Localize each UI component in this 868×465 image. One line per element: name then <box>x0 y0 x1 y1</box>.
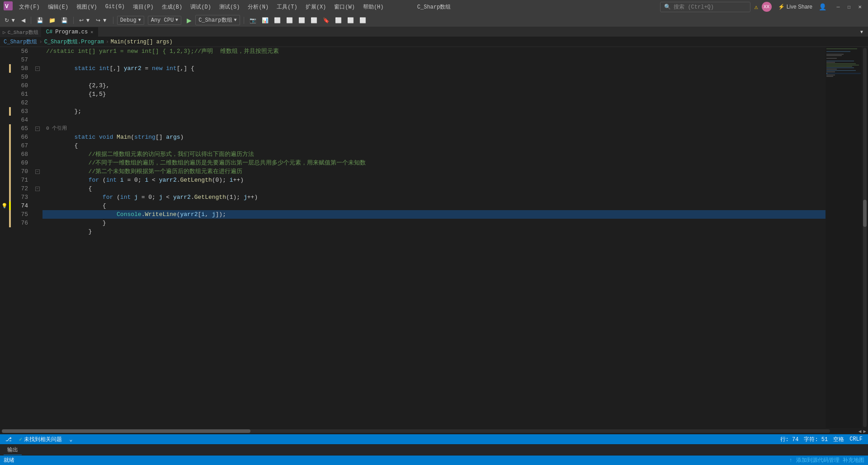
toolbar-b4[interactable]: ⬜ <box>309 16 319 24</box>
bc-part-class[interactable]: C_Sharp数组.Program <box>44 38 104 46</box>
menu-test[interactable]: 测试(S) <box>216 2 244 12</box>
status-warnings-nav[interactable]: ⌄ <box>67 436 74 443</box>
code-line-70: for ( int i = 0; i < yarr2 . GetLength (… <box>42 176 826 184</box>
debug-config-dropdown[interactable]: Debug ▼ <box>117 16 144 25</box>
toolbar-refresh[interactable]: ↻ ▼ <box>3 16 18 24</box>
code-65-paren: ( <box>131 133 134 141</box>
code-74-indent <box>46 210 117 219</box>
scroll-nav-left[interactable]: ◀ <box>859 428 862 434</box>
user-icon[interactable]: 👤 <box>819 3 826 11</box>
code-65-args: args <box>166 133 180 141</box>
code-61: {1,5} <box>46 90 106 99</box>
collapse-icon-70[interactable]: − <box>35 169 40 174</box>
linenum-66: 66 <box>11 133 31 141</box>
lightbulb-icon[interactable]: 💡 <box>1 203 8 209</box>
toolbar-back[interactable]: ◀ <box>19 16 27 24</box>
status-encoding[interactable]: CRLF <box>848 436 864 443</box>
code-line-75: } <box>42 219 826 227</box>
collapse-icon-65[interactable]: − <box>35 127 40 131</box>
toolbar: ↻ ▼ ◀ 💾 📁 💾 ↩ ▼ ↪ ▼ Debug ▼ Any CPU ▼ ▶ … <box>0 14 868 27</box>
no-issues-label: 未找到相关问题 <box>24 436 62 443</box>
tab-overflow-button[interactable]: ▼ <box>857 28 866 37</box>
cpu-config-dropdown[interactable]: Any CPU ▼ <box>148 16 181 25</box>
horizontal-scrollbar[interactable] <box>2 429 830 433</box>
live-share-label: Live Share <box>787 4 812 10</box>
menu-edit[interactable]: 编辑(E) <box>44 2 72 12</box>
tab-close-button[interactable]: ✕ <box>90 29 93 35</box>
code-line-72: for ( int j = 0; j < yarr2 . GetLength (… <box>42 193 826 202</box>
status-spaces[interactable]: 空格 <box>831 436 846 443</box>
toolbar-b1[interactable]: ⬜ <box>272 16 283 24</box>
add-to-source-control[interactable]: ↑ 添加到源代码管理 补充地图 <box>789 456 864 464</box>
collapse-75 <box>34 210 42 219</box>
minimize-button[interactable]: ─ <box>834 2 843 11</box>
scrollbar-track[interactable] <box>863 48 867 427</box>
menu-file[interactable]: 文件(F) <box>15 2 43 12</box>
scrollbar-thumb[interactable] <box>863 200 867 227</box>
toolbar-saveas[interactable]: 💾 <box>59 16 70 24</box>
project-arrow: ▼ <box>234 18 237 23</box>
collapse-58[interactable]: − <box>34 64 42 73</box>
toolbar-save[interactable]: 💾 <box>35 16 45 24</box>
status-branch[interactable]: ⎇ <box>4 436 14 443</box>
vertical-scrollbar[interactable] <box>862 47 868 428</box>
output-tab[interactable]: 输出 <box>4 445 22 455</box>
collapse-icon-58[interactable]: − <box>35 66 40 71</box>
menu-help[interactable]: 帮助(H) <box>359 2 387 12</box>
linenum-68: 68 <box>11 150 31 159</box>
menu-debug[interactable]: 调试(D) <box>187 2 215 12</box>
live-share-button[interactable]: ⚡ Live Share <box>775 3 815 11</box>
warning-icon: ⚠ <box>754 3 758 11</box>
h-scrollbar-thumb[interactable] <box>2 429 250 433</box>
menu-build[interactable]: 生成(B) <box>158 2 186 12</box>
bc-part-method[interactable]: Main(string[] args) <box>111 39 173 45</box>
toolbar-b5[interactable]: ⬜ <box>333 16 344 24</box>
menu-analyze[interactable]: 分析(N) <box>244 2 272 12</box>
gutter-76 <box>0 219 9 227</box>
menu-window[interactable]: 窗口(W) <box>330 2 359 12</box>
toolbar-b2[interactable]: ⬜ <box>284 16 295 24</box>
code-line-74[interactable]: Console . WriteLine ( yarr2 [ i , j ]); <box>42 210 826 219</box>
project-dropdown[interactable]: C_Sharp数组 ▼ <box>195 15 240 25</box>
collapse-70[interactable]: − <box>34 167 42 176</box>
run-button[interactable]: ▶ <box>185 16 193 25</box>
collapse-69 <box>34 159 42 167</box>
avatar[interactable]: XX <box>762 2 772 12</box>
collapse-72[interactable]: − <box>34 184 42 193</box>
horizontal-scroll-area: ◀ ▶ <box>0 428 868 434</box>
toolbar-b6[interactable]: ⬜ <box>345 16 356 24</box>
toolbar-chart[interactable]: 📊 <box>260 16 270 24</box>
code-58-sp <box>95 64 99 73</box>
toolbar-bookmark[interactable]: 🔖 <box>321 16 331 24</box>
code-74-dot: . <box>142 210 145 219</box>
code-68: //不同于一维数组的遍历，二维数组的遍历是先要遍历出第一层总共用多少个元素，用来… <box>46 159 366 167</box>
menu-tools[interactable]: 工具(T) <box>273 2 301 12</box>
search-box[interactable]: 🔍 搜索 (Ctrl+Q) <box>660 2 750 12</box>
code-66: { <box>46 141 78 150</box>
menu-git[interactable]: Git(G) <box>102 3 128 11</box>
toolbar-redo[interactable]: ↪ ▼ <box>94 16 109 24</box>
menu-extensions[interactable]: 扩展(X) <box>302 2 330 12</box>
status-errors[interactable]: ✓ 未找到相关问题 <box>17 436 64 443</box>
status-line[interactable]: 行: 74 <box>778 436 801 443</box>
scroll-nav-right[interactable]: ▶ <box>863 428 866 434</box>
toolbar-b7[interactable]: ⬜ <box>358 16 368 24</box>
status-col[interactable]: 字符: 51 <box>802 436 830 443</box>
bc-part-project[interactable]: C_Sharp数组 <box>4 38 37 46</box>
toolbar-open[interactable]: 📁 <box>47 16 57 24</box>
close-button[interactable]: ✕ <box>855 2 864 11</box>
toolbar-b3[interactable]: ⬜ <box>297 16 307 24</box>
linenum-63: 63 <box>11 107 31 116</box>
code-area[interactable]: //static int[] yarr1 = new int[] { 1,2,3… <box>42 47 826 428</box>
gutter-74[interactable]: 💡 <box>0 202 9 210</box>
linenum-70: 70 <box>11 167 31 176</box>
maximize-button[interactable]: □ <box>844 2 854 11</box>
menu-project[interactable]: 项目(P) <box>129 2 157 12</box>
toolbar-undo[interactable]: ↩ ▼ <box>77 16 92 24</box>
tab-program-cs[interactable]: C# Program.cs ✕ <box>42 27 98 37</box>
collapse-65[interactable]: − <box>34 124 42 133</box>
menu-view[interactable]: 视图(V) <box>73 2 101 12</box>
toolbar-camera[interactable]: 📷 <box>248 16 258 24</box>
collapse-icon-72[interactable]: − <box>35 187 40 191</box>
linenum-72: 72 <box>11 184 31 193</box>
